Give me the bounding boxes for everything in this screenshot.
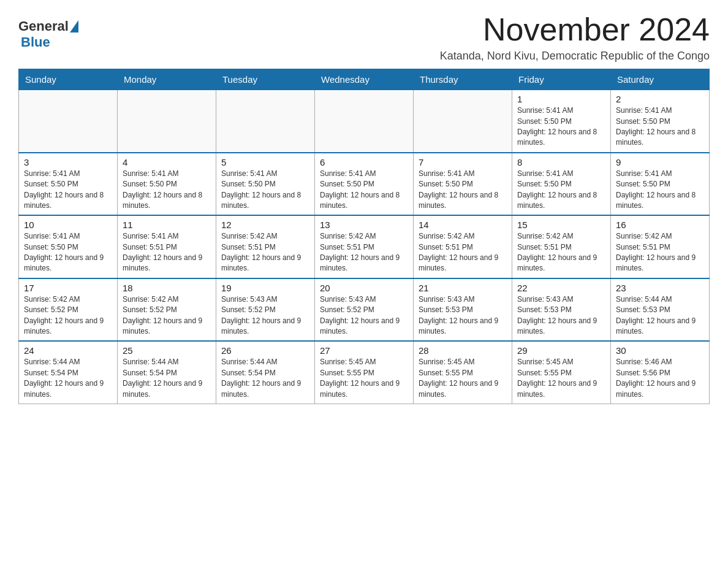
day-number: 11 [123,220,211,230]
day-info: Sunrise: 5:42 AMSunset: 5:51 PMDaylight:… [221,231,309,274]
day-number: 17 [24,283,112,293]
calendar-cell: 24Sunrise: 5:44 AMSunset: 5:54 PMDayligh… [19,341,118,404]
day-info: Sunrise: 5:41 AMSunset: 5:50 PMDaylight:… [517,169,605,212]
day-info: Sunrise: 5:42 AMSunset: 5:52 PMDaylight:… [24,294,112,337]
day-number: 5 [221,157,309,167]
calendar-week-row: 17Sunrise: 5:42 AMSunset: 5:52 PMDayligh… [19,278,710,342]
day-number: 15 [517,220,605,230]
calendar-cell [19,90,118,153]
calendar-cell: 10Sunrise: 5:41 AMSunset: 5:50 PMDayligh… [19,215,118,278]
calendar-header-sunday: Sunday [19,69,118,90]
calendar-table: SundayMondayTuesdayWednesdayThursdayFrid… [18,69,710,404]
day-number: 22 [517,283,605,293]
month-title: November 2024 [440,12,710,47]
calendar-cell: 5Sunrise: 5:41 AMSunset: 5:50 PMDaylight… [216,153,315,216]
calendar-cell: 1Sunrise: 5:41 AMSunset: 5:50 PMDaylight… [512,90,611,153]
calendar-cell [315,90,414,153]
day-info: Sunrise: 5:41 AMSunset: 5:50 PMDaylight:… [221,169,309,212]
calendar-cell: 30Sunrise: 5:46 AMSunset: 5:56 PMDayligh… [611,341,710,404]
day-info: Sunrise: 5:44 AMSunset: 5:54 PMDaylight:… [24,357,112,400]
day-number: 10 [24,220,112,230]
day-number: 7 [419,157,507,167]
day-info: Sunrise: 5:45 AMSunset: 5:55 PMDaylight:… [320,357,408,400]
day-info: Sunrise: 5:43 AMSunset: 5:52 PMDaylight:… [320,294,408,337]
calendar-cell: 25Sunrise: 5:44 AMSunset: 5:54 PMDayligh… [118,341,216,404]
calendar-header-thursday: Thursday [414,69,512,90]
day-number: 29 [517,345,605,356]
day-number: 3 [24,157,112,167]
day-number: 24 [24,345,112,356]
day-number: 6 [320,157,408,167]
calendar-cell: 26Sunrise: 5:44 AMSunset: 5:54 PMDayligh… [216,341,315,404]
day-number: 19 [221,283,309,293]
day-number: 9 [616,157,704,167]
calendar-cell [118,90,216,153]
title-area: November 2024 Katanda, Nord Kivu, Democr… [440,12,710,63]
day-info: Sunrise: 5:41 AMSunset: 5:50 PMDaylight:… [24,169,112,212]
calendar-cell: 19Sunrise: 5:43 AMSunset: 5:52 PMDayligh… [216,278,315,342]
day-number: 27 [320,345,408,356]
calendar-cell: 9Sunrise: 5:41 AMSunset: 5:50 PMDaylight… [611,153,710,216]
day-number: 13 [320,220,408,230]
calendar-cell: 4Sunrise: 5:41 AMSunset: 5:50 PMDaylight… [118,153,216,216]
calendar-header-row: SundayMondayTuesdayWednesdayThursdayFrid… [19,69,710,90]
day-number: 1 [517,94,605,104]
day-info: Sunrise: 5:46 AMSunset: 5:56 PMDaylight:… [616,357,704,400]
calendar-header-friday: Friday [512,69,611,90]
calendar-header-saturday: Saturday [611,69,710,90]
day-info: Sunrise: 5:42 AMSunset: 5:52 PMDaylight:… [123,294,211,337]
day-info: Sunrise: 5:41 AMSunset: 5:50 PMDaylight:… [517,105,605,148]
calendar-cell: 18Sunrise: 5:42 AMSunset: 5:52 PMDayligh… [118,278,216,342]
calendar-cell: 11Sunrise: 5:41 AMSunset: 5:51 PMDayligh… [118,215,216,278]
day-info: Sunrise: 5:44 AMSunset: 5:54 PMDaylight:… [221,357,309,400]
day-info: Sunrise: 5:41 AMSunset: 5:50 PMDaylight:… [320,169,408,212]
day-number: 23 [616,283,704,293]
calendar-cell: 14Sunrise: 5:42 AMSunset: 5:51 PMDayligh… [414,215,512,278]
calendar-cell: 23Sunrise: 5:44 AMSunset: 5:53 PMDayligh… [611,278,710,342]
day-number: 18 [123,283,211,293]
calendar-header-wednesday: Wednesday [315,69,414,90]
day-number: 30 [616,345,704,356]
calendar-cell: 22Sunrise: 5:43 AMSunset: 5:53 PMDayligh… [512,278,611,342]
calendar-cell: 16Sunrise: 5:42 AMSunset: 5:51 PMDayligh… [611,215,710,278]
calendar-week-row: 1Sunrise: 5:41 AMSunset: 5:50 PMDaylight… [19,90,710,153]
calendar-cell: 20Sunrise: 5:43 AMSunset: 5:52 PMDayligh… [315,278,414,342]
logo-triangle-icon [70,20,78,33]
calendar-header-tuesday: Tuesday [216,69,315,90]
calendar-cell: 6Sunrise: 5:41 AMSunset: 5:50 PMDaylight… [315,153,414,216]
day-info: Sunrise: 5:43 AMSunset: 5:53 PMDaylight:… [517,294,605,337]
day-info: Sunrise: 5:42 AMSunset: 5:51 PMDaylight:… [616,231,704,274]
day-info: Sunrise: 5:41 AMSunset: 5:50 PMDaylight:… [419,169,507,212]
day-info: Sunrise: 5:41 AMSunset: 5:50 PMDaylight:… [616,169,704,212]
calendar-cell: 17Sunrise: 5:42 AMSunset: 5:52 PMDayligh… [19,278,118,342]
calendar-week-row: 3Sunrise: 5:41 AMSunset: 5:50 PMDaylight… [19,153,710,216]
day-info: Sunrise: 5:42 AMSunset: 5:51 PMDaylight:… [419,231,507,274]
page-header: General Blue November 2024 Katanda, Nord… [18,12,710,63]
day-info: Sunrise: 5:41 AMSunset: 5:50 PMDaylight:… [616,105,704,148]
day-number: 12 [221,220,309,230]
day-number: 21 [419,283,507,293]
calendar-cell: 29Sunrise: 5:45 AMSunset: 5:55 PMDayligh… [512,341,611,404]
calendar-cell: 15Sunrise: 5:42 AMSunset: 5:51 PMDayligh… [512,215,611,278]
logo: General Blue [18,12,80,50]
day-info: Sunrise: 5:41 AMSunset: 5:51 PMDaylight:… [123,231,211,274]
logo-blue-text: Blue [21,34,50,50]
calendar-header-monday: Monday [118,69,216,90]
day-number: 8 [517,157,605,167]
location-title: Katanda, Nord Kivu, Democratic Republic … [440,50,710,63]
day-info: Sunrise: 5:44 AMSunset: 5:54 PMDaylight:… [123,357,211,400]
calendar-week-row: 10Sunrise: 5:41 AMSunset: 5:50 PMDayligh… [19,215,710,278]
day-info: Sunrise: 5:45 AMSunset: 5:55 PMDaylight:… [419,357,507,400]
calendar-cell: 12Sunrise: 5:42 AMSunset: 5:51 PMDayligh… [216,215,315,278]
day-number: 16 [616,220,704,230]
day-info: Sunrise: 5:42 AMSunset: 5:51 PMDaylight:… [320,231,408,274]
day-number: 2 [616,94,704,104]
day-info: Sunrise: 5:44 AMSunset: 5:53 PMDaylight:… [616,294,704,337]
day-number: 26 [221,345,309,356]
calendar-cell: 2Sunrise: 5:41 AMSunset: 5:50 PMDaylight… [611,90,710,153]
calendar-cell: 21Sunrise: 5:43 AMSunset: 5:53 PMDayligh… [414,278,512,342]
day-info: Sunrise: 5:42 AMSunset: 5:51 PMDaylight:… [517,231,605,274]
day-number: 28 [419,345,507,356]
day-number: 25 [123,345,211,356]
day-number: 4 [123,157,211,167]
